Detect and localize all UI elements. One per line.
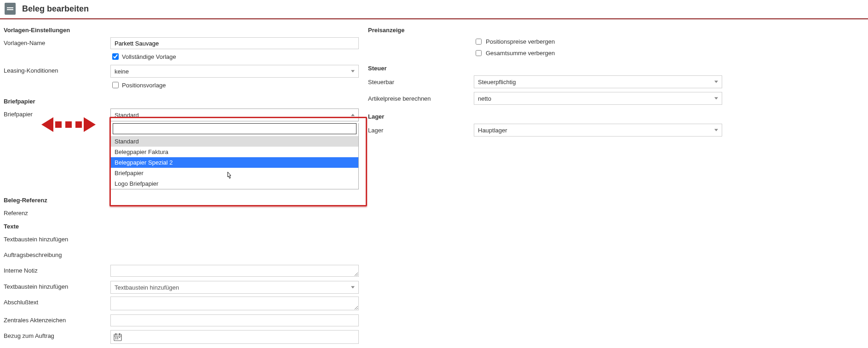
svg-rect-7 xyxy=(115,338,116,339)
chevron-down-icon xyxy=(714,129,718,131)
leasing-select-value: keine xyxy=(115,68,129,75)
label-textbaustein1: Textbaustein hinzufügen xyxy=(4,234,110,243)
vorlagen-name-input[interactable] xyxy=(110,37,359,49)
abschlusstext-textarea[interactable] xyxy=(110,297,359,310)
dropdown-option-spezial2[interactable]: Belegpapier Spezial 2 xyxy=(111,157,358,168)
briefpapier-select-open[interactable]: Standard Standard Belegpapier Faktura Be… xyxy=(110,108,359,189)
svg-rect-3 xyxy=(119,333,120,335)
left-column: Vorlagen-Einstellungen Vorlagen-Name Vol… xyxy=(4,27,362,347)
dropdown-option-standard[interactable]: Standard xyxy=(111,136,358,147)
dropdown-option-briefpapier[interactable]: Briefpapier xyxy=(111,168,358,178)
leasing-select[interactable]: keine xyxy=(110,65,359,78)
label-lager: Lager xyxy=(368,127,474,134)
chevron-down-icon xyxy=(714,81,718,83)
textbaustein2-placeholder: Textbaustein hinzufügen xyxy=(115,284,179,291)
steuerbar-select[interactable]: Steuerpflichtig xyxy=(474,75,722,88)
svg-rect-2 xyxy=(115,333,116,335)
label-auftragsbeschreibung: Auftragsbeschreibung xyxy=(4,249,110,258)
section-title-vorlagen: Vorlagen-Einstellungen xyxy=(4,27,362,34)
page-header: Beleg bearbeiten xyxy=(0,0,868,19)
positionsvorlage-label: Positionsvorlage xyxy=(122,82,166,89)
label-bezug-auftrag: Bezug zum Auftrag xyxy=(4,330,110,339)
label-abschlusstext: Abschlußtext xyxy=(4,297,110,306)
lager-value: Hauptlager xyxy=(478,127,507,134)
chevron-down-icon xyxy=(351,286,355,289)
interne-notiz-textarea[interactable] xyxy=(110,265,359,277)
section-title-beleg-referenz: Beleg-Referenz xyxy=(4,197,362,204)
section-title-lager: Lager xyxy=(368,113,864,120)
page-title: Beleg bearbeiten xyxy=(22,4,89,14)
dropdown-option-logo[interactable]: Logo Briefpapier xyxy=(111,178,358,189)
section-title-texte: Texte xyxy=(4,223,362,230)
right-column: Preisanzeige Positionspreise verbergen G… xyxy=(362,27,864,347)
bezug-auftrag-date-input[interactable] xyxy=(110,330,359,344)
briefpapier-select-value: Standard xyxy=(115,112,139,119)
textbaustein2-select[interactable]: Textbaustein hinzufügen xyxy=(110,281,359,294)
dropdown-option-faktura[interactable]: Belegpapier Faktura xyxy=(111,147,358,157)
calendar-icon xyxy=(114,333,122,341)
content-area: Vorlagen-Einstellungen Vorlagen-Name Vol… xyxy=(0,19,868,348)
chevron-down-icon xyxy=(714,97,718,100)
svg-rect-6 xyxy=(119,337,120,338)
gesamtsumme-label: Gesamtsumme verbergen xyxy=(486,50,555,57)
gesamtsumme-checkbox[interactable] xyxy=(476,50,482,56)
label-referenz: Referenz xyxy=(4,207,110,217)
section-title-steuer: Steuer xyxy=(368,65,864,72)
chevron-down-icon xyxy=(351,70,355,73)
section-title-preisanzeige: Preisanzeige xyxy=(368,27,864,34)
vollstaendige-vorlage-label: Vollständige Vorlage xyxy=(122,53,176,60)
svg-rect-5 xyxy=(117,337,118,338)
positionspreise-label: Positionspreise verbergen xyxy=(486,38,555,45)
label-steuerbar: Steuerbar xyxy=(368,79,474,86)
label-artikelpreise: Artikelpreise berechnen xyxy=(368,95,474,102)
document-icon xyxy=(5,3,16,15)
steuerbar-value: Steuerpflichtig xyxy=(478,79,516,86)
section-title-briefpapier: Briefpapier xyxy=(4,98,362,105)
zentrales-aktenzeichen-input[interactable] xyxy=(110,314,359,326)
positionsvorlage-checkbox[interactable] xyxy=(112,82,119,88)
artikelpreise-value: netto xyxy=(478,95,491,102)
lager-select[interactable]: Hauptlager xyxy=(474,124,722,137)
dropdown-search-wrap xyxy=(113,123,356,134)
briefpapier-dropdown-panel: Standard Belegpapier Faktura Belegpapier… xyxy=(110,123,359,189)
chevron-up-icon xyxy=(351,114,355,116)
highlight-arrow-icon xyxy=(41,117,96,132)
artikelpreise-select[interactable]: netto xyxy=(474,92,722,105)
svg-rect-4 xyxy=(115,337,116,338)
label-textbaustein2: Textbaustein hinzufügen xyxy=(4,281,110,290)
label-interne-notiz: Interne Notiz xyxy=(4,265,110,274)
label-vorlagen-name: Vorlagen-Name xyxy=(4,37,110,46)
svg-rect-8 xyxy=(117,338,118,339)
label-briefpapier: Briefpapier xyxy=(4,108,110,118)
dropdown-search-input[interactable] xyxy=(113,124,356,134)
label-leasing: Leasing-Konditionen xyxy=(4,65,110,74)
vollstaendige-vorlage-checkbox[interactable] xyxy=(112,53,119,60)
positionspreise-checkbox[interactable] xyxy=(476,39,482,45)
label-zentrales-aktenzeichen: Zentrales Aktenzeichen xyxy=(4,314,110,324)
